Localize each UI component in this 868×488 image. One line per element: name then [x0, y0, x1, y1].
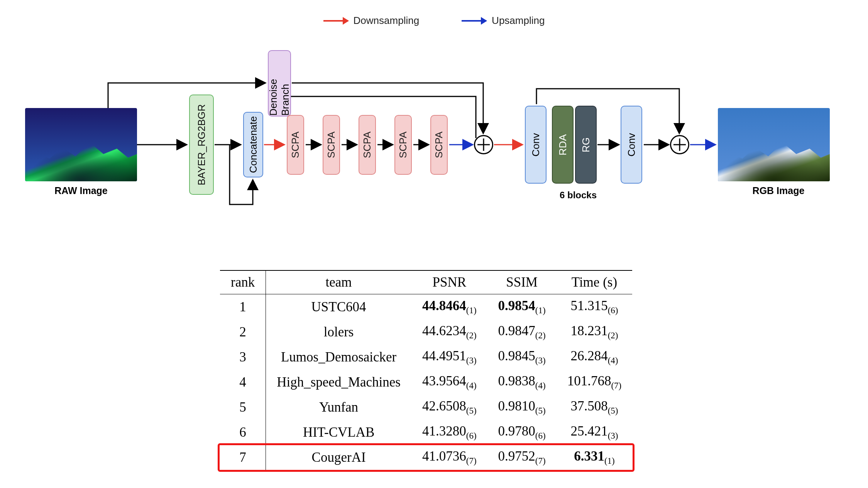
cell-rank: 2 — [220, 319, 266, 344]
arrow-down-icon — [323, 20, 348, 22]
cell-team: Yunfan — [266, 395, 411, 420]
scpa-label: SCPA — [397, 132, 409, 158]
col-ssim: SSIM — [487, 270, 557, 294]
rgb-image-caption: RGB Image — [722, 185, 834, 196]
cell-time: 25.421(3) — [557, 420, 633, 445]
cell-psnr: 41.0736(7) — [411, 445, 487, 470]
legend-down-label: Downsampling — [354, 15, 420, 27]
cell-rank: 4 — [220, 370, 266, 395]
col-psnr: PSNR — [411, 270, 487, 294]
cell-ssim: 0.9838(4) — [487, 370, 557, 395]
rda-block: RDA — [552, 106, 574, 184]
conv-block-2: Conv — [621, 106, 642, 184]
raw-image-caption: RAW Image — [25, 185, 137, 196]
scpa-label: SCPA — [361, 132, 373, 158]
cell-psnr: 43.9564(4) — [411, 370, 487, 395]
cell-ssim: 0.9845(3) — [487, 344, 557, 370]
cell-rank: 1 — [220, 294, 266, 320]
scpa-label: SCPA — [289, 132, 301, 158]
scpa-block-4: SCPA — [394, 115, 412, 175]
table-row: 1USTC60444.8464(1)0.9854(1)51.315(6) — [220, 294, 632, 320]
conv-block-1: Conv — [525, 106, 547, 184]
legend: Downsampling Upsampling — [0, 15, 868, 27]
scpa-block-3: SCPA — [359, 115, 376, 175]
cell-time: 51.315(6) — [557, 294, 633, 320]
rg-label: RG — [580, 137, 592, 152]
cell-psnr: 41.3280(6) — [411, 420, 487, 445]
col-team: team — [266, 270, 411, 294]
cell-time: 6.331(1) — [557, 445, 633, 470]
arrow-up-icon — [462, 20, 486, 22]
table-row: 6HIT-CVLAB41.3280(6)0.9780(6)25.421(3) — [220, 420, 632, 445]
table-row: 3Lumos_Demosaicker44.4951(3)0.9845(3)26.… — [220, 344, 632, 370]
cell-rank: 7 — [220, 445, 266, 470]
table-row: 2lolers44.6234(2)0.9847(2)18.231(2) — [220, 319, 632, 344]
table-header-row: rank team PSNR SSIM Time (s) — [220, 270, 632, 294]
table-row: 4High_speed_Machines43.9564(4)0.9838(4)1… — [220, 370, 632, 395]
col-time: Time (s) — [557, 270, 633, 294]
table-row: 5Yunfan42.6508(5)0.9810(5)37.508(5) — [220, 395, 632, 420]
cell-ssim: 0.9854(1) — [487, 294, 557, 320]
legend-downsampling: Downsampling — [323, 15, 420, 27]
cell-time: 37.508(5) — [557, 395, 633, 420]
architecture-diagram: RAW Image BAYER_RG2BGR Concatenate Denoi… — [0, 46, 868, 262]
raw-image — [25, 108, 137, 181]
scpa-block-1: SCPA — [287, 115, 304, 175]
cell-psnr: 44.4951(3) — [411, 344, 487, 370]
scpa-label: SCPA — [433, 132, 445, 158]
cell-psnr: 44.6234(2) — [411, 319, 487, 344]
scpa-block-2: SCPA — [323, 115, 340, 175]
cell-ssim: 0.9847(2) — [487, 319, 557, 344]
bayer-block: BAYER_RG2BGR — [189, 95, 214, 195]
cell-team: USTC604 — [266, 294, 411, 320]
legend-up-label: Upsampling — [492, 15, 545, 27]
cell-time: 26.284(4) — [557, 344, 633, 370]
concatenate-block: Concatenate — [243, 112, 263, 177]
scpa-block-5: SCPA — [430, 115, 448, 175]
cell-rank: 5 — [220, 395, 266, 420]
concat-label: Concatenate — [247, 116, 259, 173]
cell-time: 101.768(7) — [557, 370, 633, 395]
scpa-label: SCPA — [325, 132, 337, 158]
table-row: 7CougerAI41.0736(7)0.9752(7)6.331(1) — [220, 445, 632, 470]
cell-psnr: 42.6508(5) — [411, 395, 487, 420]
cell-rank: 3 — [220, 344, 266, 370]
rda-label: RDA — [557, 134, 569, 155]
rgb-image — [718, 108, 830, 181]
cell-team: CougerAI — [266, 445, 411, 470]
six-blocks-label: 6 blocks — [560, 190, 597, 201]
cell-ssim: 0.9810(5) — [487, 395, 557, 420]
cell-ssim: 0.9780(6) — [487, 420, 557, 445]
add-op-2 — [670, 135, 689, 154]
denoise-branch-block: Denoise Branch — [268, 50, 291, 117]
cell-team: Lumos_Demosaicker — [266, 344, 411, 370]
cell-rank: 6 — [220, 420, 266, 445]
conv-label: Conv — [626, 133, 638, 157]
cell-time: 18.231(2) — [557, 319, 633, 344]
denoise-label: Denoise Branch — [267, 51, 291, 116]
results-table-wrap: rank team PSNR SSIM Time (s) 1USTC60444.… — [220, 270, 632, 471]
cell-ssim: 0.9752(7) — [487, 445, 557, 470]
rg-block: RG — [575, 106, 597, 184]
conv-label: Conv — [530, 133, 542, 157]
results-table: rank team PSNR SSIM Time (s) 1USTC60444.… — [220, 270, 632, 471]
cell-team: lolers — [266, 319, 411, 344]
add-op-1 — [474, 135, 493, 154]
legend-upsampling: Upsampling — [462, 15, 545, 27]
col-rank: rank — [220, 270, 266, 294]
cell-psnr: 44.8464(1) — [411, 294, 487, 320]
bayer-label: BAYER_RG2BGR — [196, 104, 208, 185]
cell-team: High_speed_Machines — [266, 370, 411, 395]
cell-team: HIT-CVLAB — [266, 420, 411, 445]
